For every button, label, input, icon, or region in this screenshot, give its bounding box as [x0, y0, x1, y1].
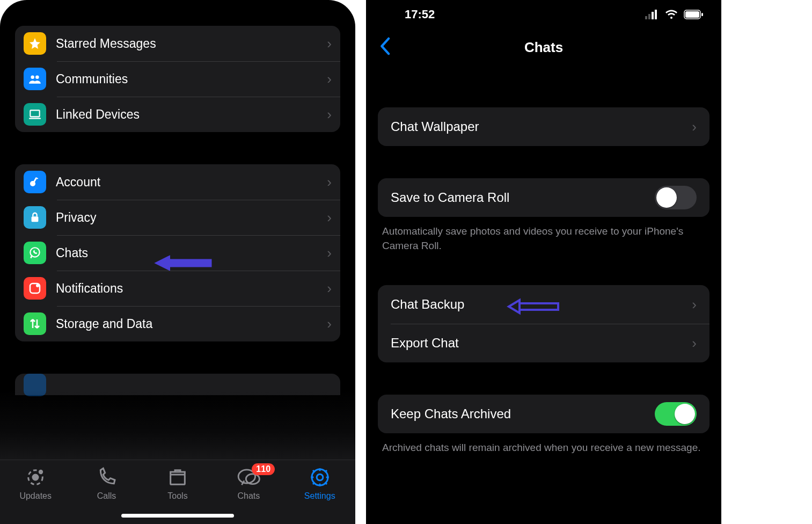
laptop-icon — [24, 103, 46, 126]
row-label: Account — [56, 175, 100, 190]
row-label: Chats — [56, 246, 88, 260]
row-storage-data[interactable]: Storage and Data › — [15, 306, 340, 341]
row-label: Storage and Data — [56, 317, 152, 331]
tab-updates[interactable]: Updates — [3, 467, 68, 501]
section-wallpaper: Chat Wallpaper › — [378, 107, 709, 146]
tab-label: Updates — [19, 491, 52, 501]
row-label: Keep Chats Archived — [391, 406, 511, 421]
svg-rect-2 — [30, 110, 39, 117]
chevron-right-icon: › — [327, 280, 332, 297]
svg-rect-22 — [655, 10, 657, 19]
section-note: Automatically save photos and videos you… — [382, 224, 705, 253]
svg-point-13 — [39, 470, 43, 474]
svg-rect-24 — [685, 11, 699, 18]
communities-icon — [24, 68, 46, 90]
section-camera-roll: Save to Camera Roll — [378, 178, 709, 217]
nav-bar: Chats — [366, 29, 721, 66]
section-note: Archived chats will remain archived when… — [382, 441, 705, 455]
row-label: Chat Backup — [391, 297, 464, 312]
row-save-camera-roll[interactable]: Save to Camera Roll — [378, 178, 709, 217]
bell-icon — [24, 277, 46, 300]
row-starred-messages[interactable]: Starred Messages › — [15, 26, 340, 61]
svg-rect-26 — [520, 303, 558, 310]
row-keep-chats-archived[interactable]: Keep Chats Archived — [378, 395, 709, 433]
svg-point-17 — [317, 474, 323, 481]
tab-tools[interactable]: Tools — [145, 467, 210, 501]
settings-gear-icon — [309, 467, 331, 488]
tab-label: Tools — [167, 491, 187, 501]
chevron-right-icon: › — [692, 296, 697, 313]
chats-settings-screen: 17:52 Chats Chat Wallpaper › Save to Cam — [366, 0, 721, 524]
cellular-icon — [645, 10, 659, 19]
row-label: Starred Messages — [56, 37, 156, 51]
chevron-right-icon: › — [327, 245, 332, 261]
arrows-icon — [24, 312, 46, 335]
svg-point-18 — [312, 469, 328, 485]
tab-label: Calls — [97, 491, 116, 501]
row-export-chat[interactable]: Export Chat › — [378, 324, 709, 362]
row-notifications[interactable]: Notifications › — [15, 271, 340, 306]
svg-rect-6 — [32, 216, 39, 222]
svg-point-12 — [33, 475, 38, 480]
chevron-right-icon: › — [327, 209, 332, 226]
annotation-arrow-icon — [507, 297, 560, 316]
svg-rect-20 — [648, 14, 650, 19]
settings-group-3-partial — [15, 374, 340, 395]
row-label: Export Chat — [391, 336, 459, 351]
row-chats[interactable]: Chats › — [15, 235, 340, 271]
status-bar: 17:52 — [366, 0, 721, 29]
toggle-save-camera-roll[interactable] — [655, 186, 697, 209]
updates-icon — [25, 467, 46, 488]
chevron-right-icon: › — [327, 35, 332, 52]
svg-rect-25 — [701, 13, 703, 16]
back-button[interactable] — [379, 37, 391, 57]
row-label: Linked Devices — [56, 107, 140, 122]
calls-icon — [96, 467, 118, 488]
settings-screen: Starred Messages › Communities › Linked … — [0, 0, 355, 524]
section-backup-export: Chat Backup › Export Chat › — [378, 285, 709, 362]
svg-rect-14 — [171, 475, 185, 484]
chevron-right-icon: › — [327, 106, 332, 123]
chevron-right-icon: › — [327, 174, 332, 191]
whatsapp-icon — [24, 242, 46, 264]
svg-rect-21 — [652, 12, 654, 19]
row-linked-devices[interactable]: Linked Devices › — [15, 97, 340, 132]
row-chat-wallpaper[interactable]: Chat Wallpaper › — [378, 107, 709, 146]
status-time: 17:52 — [405, 8, 435, 21]
wifi-icon — [664, 9, 678, 20]
toggle-keep-archived[interactable] — [655, 402, 697, 426]
tab-calls[interactable]: Calls — [75, 467, 139, 501]
row-label: Chat Wallpaper — [391, 119, 479, 134]
chats-badge: 110 — [252, 463, 275, 475]
tab-settings[interactable]: Settings — [288, 467, 352, 501]
key-icon — [24, 171, 46, 193]
row-communities[interactable]: Communities › — [15, 61, 340, 97]
row-label: Communities — [56, 72, 128, 86]
chevron-right-icon: › — [327, 71, 332, 88]
settings-group-1: Starred Messages › Communities › Linked … — [15, 26, 340, 132]
section-archive: Keep Chats Archived — [378, 395, 709, 433]
tools-icon — [167, 467, 188, 488]
row-chat-backup[interactable]: Chat Backup › — [378, 285, 709, 324]
row-privacy[interactable]: Privacy › — [15, 200, 340, 235]
battery-icon — [684, 10, 704, 19]
chevron-right-icon: › — [692, 335, 697, 352]
tab-chats[interactable]: 110 Chats — [216, 467, 281, 501]
svg-point-1 — [35, 76, 39, 79]
tab-label: Settings — [304, 491, 335, 501]
settings-group-2: Account › Privacy › Chats › — [15, 164, 340, 341]
svg-rect-19 — [645, 16, 647, 19]
svg-point-16 — [246, 474, 260, 484]
nav-title: Chats — [524, 39, 563, 56]
row-account[interactable]: Account › — [15, 164, 340, 200]
home-indicator[interactable] — [121, 514, 234, 518]
star-icon — [24, 32, 46, 55]
row-label: Privacy — [56, 210, 96, 225]
row-label: Save to Camera Roll — [391, 190, 509, 205]
chevron-right-icon: › — [327, 316, 332, 332]
lock-icon — [24, 206, 46, 229]
svg-point-0 — [31, 76, 34, 79]
tab-label: Chats — [237, 491, 260, 501]
chevron-right-icon: › — [692, 119, 697, 135]
row-label: Notifications — [56, 281, 123, 296]
